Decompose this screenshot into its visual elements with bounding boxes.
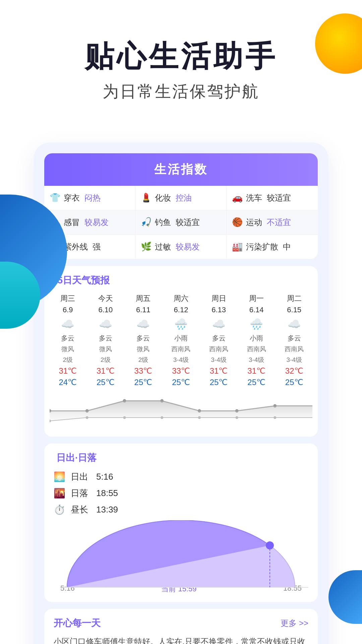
forecast-level-3: 3-4级 [173,356,189,364]
forecast-icon-2: ☁️ [136,318,150,330]
forecast-condition-4: 多云 [212,334,226,343]
sunrise-label: 日出 [71,471,88,483]
forecast-icon-4: ☁️ [212,318,226,330]
forecast-low-2: 25℃ [134,378,153,387]
forecast-icon-0: ☁️ [61,318,74,330]
clothing-label: 穿衣 [64,193,80,203]
forecast-date-4: 6.13 [212,306,226,314]
happy-more-link[interactable]: 更多 >> [281,618,308,629]
forecast-title: 15日天气预报 [50,274,312,287]
forecast-day-6: 周二 6.15 ☁️ 多云 西南风 3-4级 32℃ 25℃ [276,293,312,387]
forecast-date-0: 6.9 [63,306,73,314]
clothing-icon: 👕 [50,193,60,203]
forecast-grid: 周三 6.9 ☁️ 多云 微风 2级 31℃ 24℃ 今天 6.10 ☁️ 多云… [50,293,312,387]
forecast-icon-5: 🌧️ [250,318,263,330]
uv-value: 强 [93,241,101,252]
sunrise-icon: 🌅 [54,471,65,482]
forecast-wind-0: 微风 [61,345,74,354]
life-index-item-carwash: 🚗 洗车 较适宜 [227,186,318,210]
forecast-low-1: 25℃ [97,378,115,387]
daylength-icon: ⏱️ [54,504,65,515]
uv-label: 紫外线 [64,241,88,252]
forecast-wind-2: 微风 [137,345,149,354]
forecast-section: 15日天气预报 周三 6.9 ☁️ 多云 微风 2级 31℃ 24℃ 今天 6.… [44,266,318,437]
forecast-date-3: 6.12 [174,306,188,314]
life-index-title: 生活指数 [154,162,208,176]
forecast-day-0: 周三 6.9 ☁️ 多云 微风 2级 31℃ 24℃ [50,293,86,387]
forecast-level-2: 2级 [138,356,148,364]
forecast-low-5: 25℃ [247,378,265,387]
forecast-date-2: 6.11 [136,306,150,314]
makeup-label: 化妆 [155,193,171,203]
forecast-weekday-6: 周二 [287,293,302,304]
forecast-low-6: 25℃ [285,378,303,387]
forecast-date-6: 6.15 [287,306,301,314]
fishing-label: 钓鱼 [155,217,171,228]
sun-section: 日出·日落 🌅 日出 5:16 🌇 日落 18:55 ⏱️ 昼长 13:39 [44,443,318,602]
forecast-condition-3: 小雨 [174,334,188,343]
forecast-date-1: 6.10 [98,306,113,314]
forecast-level-5: 3-4级 [249,356,264,364]
forecast-wind-3: 西南风 [171,345,190,354]
daylength-value: 13:39 [96,504,118,515]
sunset-label: 日落 [71,487,88,499]
sunrise-time: 5:16 [96,472,113,482]
forecast-day-3: 周六 6.12 🌧️ 小雨 西南风 3-4级 33℃ 25℃ [163,293,199,387]
forecast-icon-1: ☁️ [99,318,112,330]
fishing-value: 较适宜 [176,217,200,228]
sunset-icon: 🌇 [54,488,65,499]
sun-section-title: 日出·日落 [54,451,308,464]
forecast-condition-0: 多云 [61,334,74,343]
life-index-item-clothing: 👕 穿衣 闷热 [44,186,135,210]
sport-label: 运动 [246,217,262,228]
carwash-icon: 🚗 [232,193,243,203]
sun-dial [54,520,308,594]
forecast-icon-6: ☁️ [288,318,301,330]
hero-title: 贴心生活助手 [20,40,342,73]
forecast-low-4: 25℃ [210,378,228,387]
forecast-wind-6: 西南风 [285,345,304,354]
forecast-high-2: 33℃ [134,366,153,376]
life-index-grid: 👕 穿衣 闷热 💄 化妆 控油 🚗 洗车 较适宜 💊 感冒 较易发 🎣 [44,186,318,259]
daylength-label: 昼长 [71,504,88,516]
pollution-value: 中 [283,241,291,252]
forecast-condition-1: 多云 [99,334,112,343]
forecast-weekday-5: 周一 [249,293,264,304]
forecast-high-5: 31℃ [247,366,265,376]
life-index-header: 生活指数 [44,153,318,186]
forecast-high-3: 33℃ [172,366,190,376]
carwash-label: 洗车 [246,193,262,203]
life-index-item-allergy: 🌿 过敏 较易发 [135,235,227,259]
forecast-day-4: 周日 6.13 ☁️ 多云 西南风 3-4级 31℃ 25℃ [200,293,237,387]
sunrise-row: 🌅 日出 5:16 [54,471,308,483]
happy-header: 开心每一天 更多 >> [54,617,308,630]
carwash-value: 较适宜 [267,193,291,203]
makeup-value: 控油 [176,193,192,203]
happy-section: 开心每一天 更多 >> 小区门口修车师傅生意特好。人实在,只要不换零件，常常不收… [44,609,318,644]
clothing-value: 闷热 [84,193,101,203]
forecast-high-1: 31℃ [97,366,115,376]
forecast-high-6: 32℃ [285,366,303,376]
cold-value: 较易发 [84,217,109,228]
forecast-icon-3: 🌧️ [174,318,188,330]
forecast-weekday-0: 周三 [60,293,75,304]
phone-mockup: 生活指数 👕 穿衣 闷热 💄 化妆 控油 🚗 洗车 较适宜 💊 感冒 [34,143,328,644]
deco-right-circle [328,570,362,624]
makeup-icon: 💄 [141,193,152,203]
forecast-weekday-3: 周六 [174,293,188,304]
forecast-level-1: 2级 [101,356,111,364]
forecast-level-0: 2级 [63,356,73,364]
forecast-low-3: 25℃ [172,378,190,387]
happy-title: 开心每一天 [54,617,101,630]
life-index-item-sport: 🏀 运动 不适宜 [227,210,318,235]
forecast-date-5: 6.14 [249,306,264,314]
forecast-level-4: 3-4级 [211,356,226,364]
forecast-wind-5: 西南风 [247,345,266,354]
sunset-time: 18:55 [96,488,118,498]
sunset-row: 🌇 日落 18:55 [54,487,308,499]
forecast-level-6: 3-4级 [286,356,302,364]
forecast-weekday-2: 周五 [136,293,150,304]
happy-text: 小区门口修车师傅生意特好。人实在,只要不换零件，常常不收钱或只收个块把钱辛苦钱。… [54,635,308,644]
fishing-icon: 🎣 [141,217,152,227]
life-index-item-fishing: 🎣 钓鱼 较适宜 [135,210,227,235]
